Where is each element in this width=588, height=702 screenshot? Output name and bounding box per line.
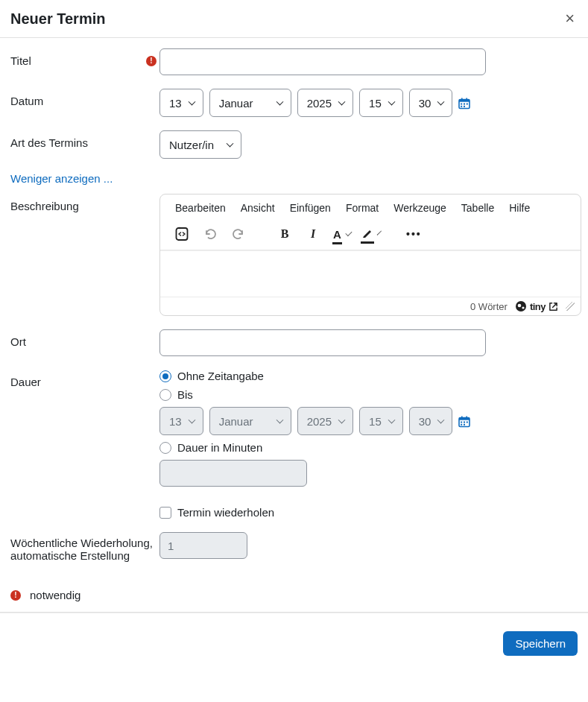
label-description: Beschreibung [10, 200, 79, 212]
required-icon: ! [146, 56, 157, 66]
label-date: Datum [10, 95, 43, 107]
word-count: 0 Wörter [470, 301, 508, 312]
duration-minutes-input [159, 460, 307, 487]
editor-menu-insert[interactable]: Einfügen [290, 202, 331, 214]
until-minute-select: 30 [409, 407, 453, 435]
radio-label-none: Ohne Zeitangabe [177, 370, 264, 382]
calendar-icon[interactable] [458, 97, 470, 110]
editor-menu-view[interactable]: Ansicht [241, 202, 275, 214]
svg-rect-2 [461, 98, 463, 100]
date-day-select[interactable]: 13 [159, 89, 203, 117]
svg-rect-1 [459, 99, 470, 101]
radio-duration-none[interactable] [159, 370, 171, 382]
title-input[interactable] [159, 48, 486, 75]
location-input[interactable] [159, 329, 486, 356]
svg-rect-16 [461, 416, 463, 418]
svg-point-12 [518, 304, 522, 308]
svg-point-13 [522, 306, 524, 309]
svg-rect-20 [467, 421, 468, 423]
editor-menu-format[interactable]: Format [346, 202, 379, 214]
tiny-brand-icon[interactable]: tiny [515, 300, 558, 312]
svg-rect-3 [467, 98, 468, 100]
text-color-icon[interactable]: A [333, 226, 350, 242]
until-day-select: 13 [159, 407, 203, 435]
svg-rect-7 [461, 105, 463, 107]
rich-text-editor: Bearbeiten Ansicht Einfügen Format Werkz… [159, 194, 581, 316]
date-minute-select[interactable]: 30 [409, 89, 453, 117]
editor-menu-table[interactable]: Tabelle [461, 202, 494, 214]
modal-title: Neuer Termin [10, 10, 105, 28]
date-year-select[interactable]: 2025 [297, 89, 353, 117]
until-hour-select: 15 [359, 407, 403, 435]
repeat-checkbox[interactable] [159, 507, 171, 519]
bold-icon[interactable]: B [276, 226, 293, 242]
label-type: Art des Termins [10, 136, 88, 149]
date-hour-select[interactable]: 15 [359, 89, 403, 117]
svg-rect-19 [464, 421, 465, 423]
svg-rect-21 [461, 423, 463, 425]
svg-rect-5 [464, 103, 465, 104]
highlight-icon[interactable] [361, 226, 378, 242]
radio-label-until: Bis [177, 388, 193, 401]
date-month-select[interactable]: Januar [209, 89, 291, 117]
label-title: Titel [10, 54, 31, 67]
save-button[interactable]: Speichern [503, 631, 578, 656]
until-year-select: 2025 [297, 407, 353, 435]
svg-rect-8 [464, 105, 465, 107]
show-less-link[interactable]: Weniger anzeigen ... [10, 172, 113, 185]
radio-duration-until[interactable] [159, 389, 171, 401]
label-weekly-repeat: Wöchentliche Wiederholung, automatische … [10, 537, 159, 562]
svg-rect-17 [467, 416, 468, 418]
undo-icon[interactable] [202, 226, 218, 242]
until-month-select: Januar [209, 407, 291, 435]
svg-rect-22 [464, 423, 465, 425]
svg-point-10 [179, 227, 181, 230]
source-code-icon[interactable] [174, 226, 190, 242]
required-icon-footer: ! [10, 590, 21, 601]
required-note: notwendig [30, 589, 80, 601]
close-button[interactable]: × [562, 9, 578, 28]
svg-rect-18 [461, 421, 463, 423]
repeat-label: Termin wiederholen [177, 506, 274, 519]
calendar-icon-until[interactable] [458, 415, 470, 428]
editor-menu-help[interactable]: Hilfe [509, 202, 530, 214]
svg-rect-4 [461, 103, 463, 104]
resize-grip-icon[interactable] [566, 302, 575, 311]
event-type-select[interactable]: Nutzer/in [159, 130, 241, 159]
label-duration: Dauer [10, 376, 41, 388]
svg-rect-9 [177, 228, 188, 240]
svg-rect-6 [467, 103, 468, 104]
redo-icon[interactable] [230, 226, 247, 242]
label-location: Ort [10, 335, 26, 348]
svg-rect-15 [459, 417, 470, 420]
more-icon[interactable]: ••• [406, 228, 422, 240]
radio-duration-minutes[interactable] [159, 442, 171, 454]
italic-icon[interactable]: I [305, 226, 321, 242]
editor-content-area[interactable] [160, 250, 581, 297]
editor-menu-edit[interactable]: Bearbeiten [175, 202, 226, 214]
weekly-repeat-input [159, 532, 247, 559]
editor-menu-tools[interactable]: Werkzeuge [393, 202, 446, 214]
radio-label-minutes: Dauer in Minuten [177, 441, 262, 454]
